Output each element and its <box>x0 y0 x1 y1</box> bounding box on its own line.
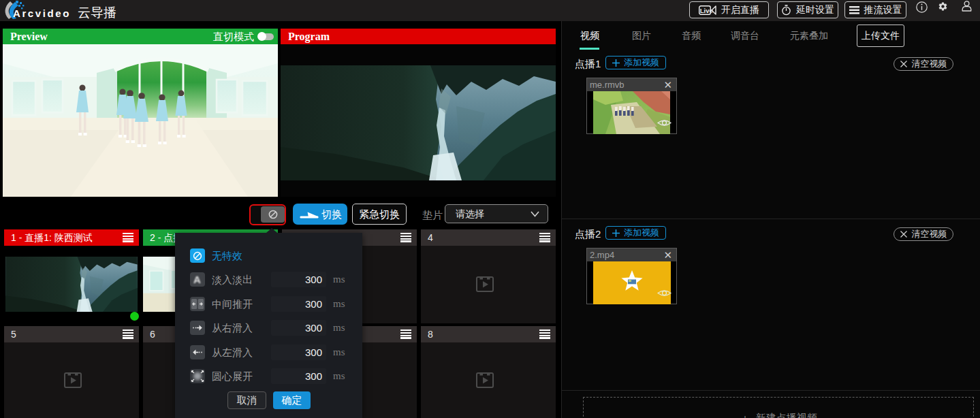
svg-text:A: A <box>193 274 201 285</box>
svg-text:Live: Live <box>700 6 713 14</box>
